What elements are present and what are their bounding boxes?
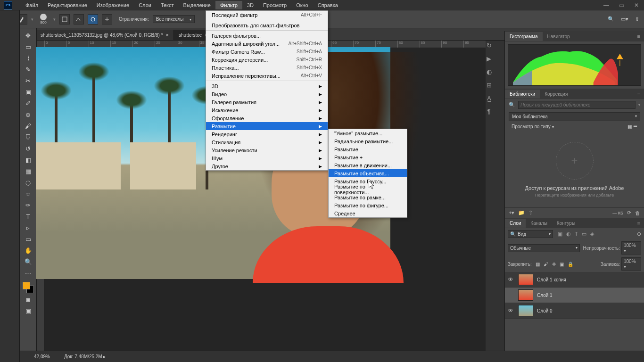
- menu-файл[interactable]: Файл: [21, 1, 43, 9]
- constraint-select[interactable]: Все пикселы ▾: [153, 15, 195, 23]
- menu-item--[interactable]: Другое▶: [206, 162, 328, 170]
- menu-слои[interactable]: Слои: [134, 1, 156, 9]
- tab-corrections[interactable]: Коррекция: [540, 90, 572, 99]
- submenu-item--[interactable]: Размытие объектива...: [329, 169, 407, 177]
- layer-kind-filter[interactable]: 🔍 Вид ▾: [508, 230, 553, 238]
- filter-type-icon[interactable]: T: [575, 231, 578, 237]
- menu-item--[interactable]: Пластика...Shift+Ctrl+X: [206, 64, 328, 72]
- filter-shape-icon[interactable]: ▭: [582, 231, 586, 237]
- upload-icon[interactable]: ⇧: [528, 210, 533, 216]
- trash-icon[interactable]: 🗑: [635, 210, 640, 216]
- path-select-tool[interactable]: ▹: [23, 222, 33, 233]
- menu-item--[interactable]: Стилизация▶: [206, 138, 328, 146]
- list-view-icon[interactable]: ☰: [633, 124, 637, 129]
- blur-tool[interactable]: ◌: [23, 177, 33, 188]
- library-search-input[interactable]: [518, 101, 636, 109]
- visibility-icon[interactable]: 👁: [508, 276, 514, 283]
- zoom-tool[interactable]: 🔍: [23, 256, 33, 267]
- lock-artboard-icon[interactable]: ▣: [560, 262, 564, 267]
- submenu-item--[interactable]: Размытие +: [329, 153, 407, 161]
- heal-mode3-icon[interactable]: [102, 14, 112, 25]
- submenu-item--[interactable]: Радиальное размытие...: [329, 137, 407, 145]
- quickmask-tool[interactable]: ◙: [23, 294, 33, 304]
- doc-info[interactable]: Док: 7,48M/25,2M ▸: [64, 354, 106, 359]
- menu-окно[interactable]: Окно: [291, 1, 313, 9]
- menu-item--camera-raw-[interactable]: Фильтр Camera Raw...Shift+Ctrl+A: [206, 48, 328, 56]
- adjustments-icon[interactable]: ◐: [485, 68, 493, 75]
- submenu-item--[interactable]: Размытие по поверхности...: [329, 185, 407, 193]
- tab-layers[interactable]: Слои: [505, 219, 526, 228]
- panel-menu-icon[interactable]: ≡: [634, 91, 644, 97]
- menu-item--[interactable]: Коррекция дисторсии...Shift+Ctrl+R: [206, 56, 328, 64]
- layer-thumbnail[interactable]: [518, 289, 533, 301]
- gradient-tool[interactable]: ▦: [23, 166, 33, 176]
- menu-item--[interactable]: Размытие▶: [206, 122, 328, 130]
- library-view-select[interactable]: Просмотр по типу ▾ ▦ ☰: [509, 123, 640, 131]
- brush-preview[interactable]: 800: [40, 14, 47, 25]
- menu-справка[interactable]: Справка: [313, 1, 343, 9]
- menu-item--[interactable]: Галерея фильтров...: [206, 32, 328, 40]
- lasso-tool[interactable]: ⌇: [23, 53, 33, 63]
- add-icon[interactable]: +▾: [509, 210, 514, 216]
- healing-tool[interactable]: ⊕: [23, 109, 33, 120]
- close-button[interactable]: ✕: [629, 0, 644, 10]
- type-tool[interactable]: T: [23, 211, 33, 222]
- menu-редактирование[interactable]: Редактирование: [43, 1, 92, 9]
- edit-toolbar[interactable]: ⋯: [23, 268, 33, 278]
- menu-item--[interactable]: Исправление перспективы...Alt+Ctrl+V: [206, 72, 328, 80]
- quick-select-tool[interactable]: ✎: [23, 64, 33, 74]
- workspace-icon[interactable]: ▭▾: [621, 16, 628, 22]
- panel-menu-icon[interactable]: ≡: [634, 220, 644, 226]
- color-swatches[interactable]: [23, 282, 34, 293]
- sync-icon[interactable]: ⟳: [627, 210, 631, 216]
- menu-изображение[interactable]: Изображение: [92, 1, 134, 9]
- eyedropper-tool[interactable]: ✐: [23, 98, 33, 108]
- menu-item--[interactable]: Искажение▶: [206, 106, 328, 114]
- menu-item--[interactable]: Видео▶: [206, 90, 328, 98]
- grid-view-icon[interactable]: ▦: [627, 124, 632, 129]
- stamp-tool[interactable]: ⛉: [23, 132, 33, 142]
- folder-icon[interactable]: 📁: [518, 210, 525, 216]
- menu-выделение[interactable]: Выделение: [179, 1, 215, 9]
- properties-icon[interactable]: ⊞: [485, 81, 493, 89]
- layer-row[interactable]: Слой 1: [505, 288, 644, 303]
- lock-pixels-icon[interactable]: ▦: [536, 262, 540, 267]
- paragraph-icon[interactable]: ¶: [485, 107, 493, 115]
- menu-item--[interactable]: Рендеринг▶: [206, 130, 328, 138]
- brush-settings-icon[interactable]: [59, 14, 70, 25]
- lock-position-icon[interactable]: ✥: [552, 262, 556, 267]
- tab-close-icon[interactable]: ×: [166, 32, 169, 38]
- menu-текст[interactable]: Текст: [156, 1, 179, 9]
- layer-thumbnail[interactable]: [518, 274, 533, 285]
- tab-navigator[interactable]: Навигатор: [543, 32, 575, 41]
- crop-tool[interactable]: ✂: [23, 75, 33, 86]
- opacity-input[interactable]: 100% ▾: [621, 241, 641, 255]
- library-select[interactable]: Моя библиотека▾: [509, 112, 640, 121]
- dodge-tool[interactable]: ☼: [23, 189, 33, 199]
- tab-libraries[interactable]: Библиотеки: [505, 90, 540, 99]
- menu-item--[interactable]: Оформление▶: [206, 114, 328, 122]
- menu-item--[interactable]: Галерея размытия▶: [206, 98, 328, 106]
- submenu-item--[interactable]: Размытие: [329, 145, 407, 153]
- marquee-tool[interactable]: ▭: [23, 41, 33, 52]
- filter-adjust-icon[interactable]: ◐: [566, 231, 571, 237]
- fg-color-swatch[interactable]: [23, 282, 30, 289]
- menu-item--[interactable]: Шум▶: [206, 154, 328, 162]
- heal-mode1-icon[interactable]: [74, 14, 84, 25]
- panel-menu-icon[interactable]: ≡: [634, 33, 644, 39]
- filter-toggle[interactable]: ⊙: [637, 231, 641, 237]
- heal-mode2-icon[interactable]: [88, 14, 98, 25]
- menu-item--[interactable]: Усиление резкости▶: [206, 146, 328, 154]
- layer-thumbnail[interactable]: [518, 305, 533, 316]
- actions-icon[interactable]: ▶: [485, 55, 493, 62]
- eraser-tool[interactable]: ◧: [23, 155, 33, 165]
- tab-channels[interactable]: Каналы: [526, 219, 552, 228]
- layer-row[interactable]: 👁Слой 0: [505, 303, 644, 319]
- tab-paths[interactable]: Контуры: [552, 219, 580, 228]
- frame-tool[interactable]: ▣: [23, 87, 33, 97]
- share-icon[interactable]: ⇧: [635, 16, 639, 22]
- filter-pixel-icon[interactable]: ▣: [558, 231, 562, 237]
- menu-просмотр[interactable]: Просмотр: [258, 1, 291, 9]
- menu-фильтр[interactable]: Фильтр: [215, 1, 242, 9]
- menu-3d[interactable]: 3D: [242, 1, 258, 9]
